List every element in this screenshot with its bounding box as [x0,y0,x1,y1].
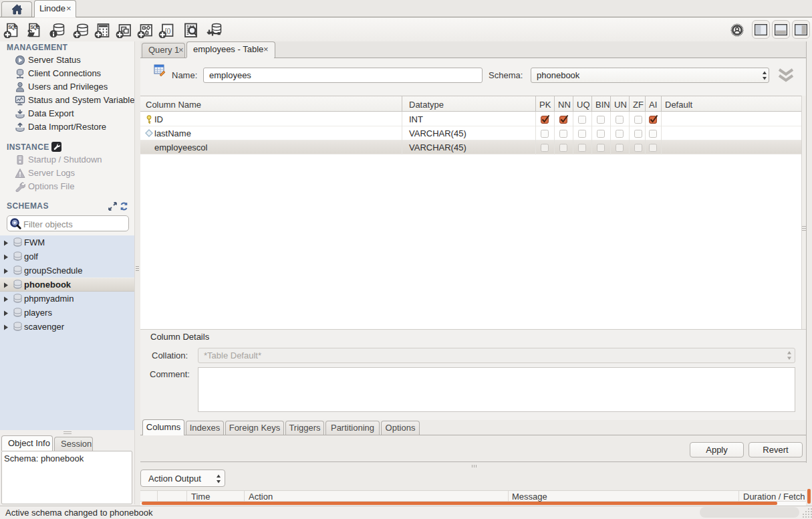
svg-text:SQL: SQL [30,24,40,30]
svg-text:SQL: SQL [8,24,18,30]
